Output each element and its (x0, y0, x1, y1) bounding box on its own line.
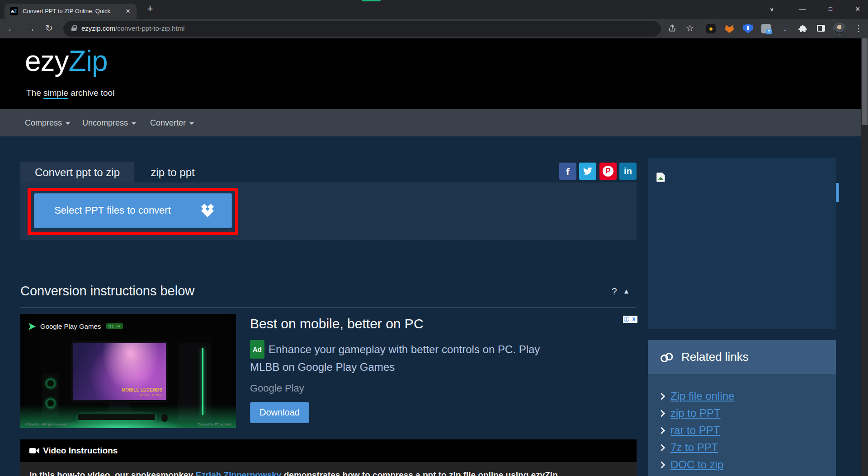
video-instructions-title: Video Instructions (43, 446, 118, 455)
related-links-body: Zip file online zip to PPT rar to PPT 7z… (648, 374, 836, 476)
chevron-right-icon (658, 427, 665, 434)
chevron-down-icon (189, 122, 194, 125)
site-header: ezyZip The simple archive tool (0, 38, 861, 109)
forward-icon[interactable]: → (26, 23, 35, 34)
tab-title: Convert PPT to ZIP Online. Quick (23, 8, 122, 15)
grey-extension-icon[interactable]: T (761, 24, 771, 33)
profile-avatar[interactable] (833, 23, 845, 35)
nav-item-uncompress[interactable]: Uncompress (82, 109, 136, 136)
window-close-button[interactable]: × (847, 0, 868, 18)
instructions-heading: Conversion instructions below (20, 284, 194, 299)
ezyzip-favicon-icon: eZ (10, 7, 18, 15)
tab-close-icon[interactable]: × (123, 7, 132, 16)
beta-badge: BETA (106, 323, 123, 329)
keyboard-graphic (78, 414, 155, 420)
download-extension-icon[interactable]: ↓ (780, 24, 790, 33)
linkedin-share-icon[interactable]: in (619, 163, 637, 180)
ad-close-icon[interactable]: X (630, 316, 637, 323)
extensions-puzzle-icon[interactable] (798, 24, 807, 33)
ad-title[interactable]: Best on mobile, better on PC (250, 316, 424, 331)
ad-description[interactable]: AdEnhance your gameplay with better cont… (250, 340, 562, 375)
monitor-graphic: MOBILE LEGENDSBANG BANG (71, 341, 168, 402)
section-divider (20, 307, 637, 308)
reload-icon[interactable]: ↻ (45, 23, 53, 33)
back-icon[interactable]: ← (7, 23, 16, 34)
chevron-right-icon (658, 393, 665, 400)
shield-extension-icon[interactable] (743, 24, 753, 33)
related-links-title: Related links (681, 340, 749, 374)
related-links-panel: Related links Zip file online zip to PPT… (648, 340, 836, 476)
mobile-legends-logo: MOBILE LEGENDSBANG BANG (122, 387, 162, 397)
browser-menu-icon[interactable]: ⋮ (854, 23, 863, 34)
link-chain-icon (659, 349, 680, 365)
ad-creative-image[interactable]: Google Play Games BETA MOBILE LEGENDSBAN… (20, 314, 236, 428)
tab-convert-ppt-to-zip[interactable]: Convert ppt to zip (20, 162, 134, 182)
bookmark-star-icon[interactable]: ☆ (686, 23, 694, 33)
upload-panel: Select PPT files to convert (20, 182, 637, 240)
spokesmonkey-link[interactable]: Ezriah Zippernowsky (195, 470, 281, 476)
related-link-doc-to-zip[interactable]: DOC to zip (659, 458, 723, 473)
browser-window: eZ Convert PPT to ZIP Online. Quick × + … (0, 0, 868, 476)
collapse-icon[interactable]: ▲ (623, 287, 630, 295)
chevron-down-icon (132, 122, 136, 125)
chevron-down-icon (66, 122, 70, 125)
nav-item-converter[interactable]: Converter (150, 109, 194, 136)
google-play-icon (28, 323, 36, 330)
main-nav: Compress Uncompress Converter (0, 109, 861, 136)
mouse-graphic (161, 414, 168, 422)
share-icon[interactable] (668, 23, 677, 35)
chevron-right-icon (658, 444, 665, 452)
video-instructions-bar: Video Instructions (20, 439, 637, 462)
new-tab-button[interactable]: + (144, 3, 156, 15)
site-tagline: The simple archive tool (26, 88, 114, 98)
t-badge-icon: T (766, 29, 772, 34)
ad-copyright: © Moonton. All rights reserved (25, 423, 67, 426)
video-instructions-body: In this how-to video, our spokesmonkey E… (20, 462, 637, 476)
chevron-right-icon (658, 462, 665, 469)
page-url: ezyzip.com/convert-ppt-to-zip.html (81, 24, 184, 32)
related-link-zip-to-ppt[interactable]: zip to PPT (659, 407, 721, 421)
video-instructions-text: In this how-to video, our spokesmonkey E… (29, 470, 631, 476)
scrollbar-thumb[interactable] (862, 38, 868, 125)
related-link-zip-file-online[interactable]: Zip file online (659, 390, 734, 404)
related-links-header: Related links (648, 340, 836, 374)
minimize-button[interactable]: — (792, 0, 813, 18)
loading-indicator (362, 0, 381, 1)
binance-extension-icon[interactable]: ◆ (706, 24, 716, 33)
ad-advertiser: Google Play (250, 383, 304, 394)
broken-image-icon (656, 173, 665, 182)
ad-note: Compatible PC required (198, 423, 231, 426)
dropbox-icon (201, 205, 217, 217)
ad-badge: Ad (250, 340, 264, 359)
help-icon[interactable]: ? (612, 286, 617, 297)
address-bar[interactable]: ezyzip.com/convert-ppt-to-zip.html (63, 21, 661, 37)
tab-zip-to-ppt[interactable]: zip to ppt (134, 162, 211, 182)
chevron-right-icon (658, 410, 665, 417)
related-link-rar-to-ppt[interactable]: rar to PPT (659, 424, 720, 439)
facebook-share-icon[interactable]: f (559, 163, 576, 180)
browser-toolbar: ← → ↻ ezyzip.com/convert-ppt-to-zip.html… (0, 19, 868, 38)
related-link-7z-to-ppt[interactable]: 7z to PPT (659, 441, 718, 456)
page-scrollbar[interactable] (861, 38, 868, 476)
video-camera-icon (29, 448, 39, 454)
ad-info-icon[interactable]: i (623, 316, 630, 323)
web-page: ezyZip The simple archive tool Compress … (0, 38, 861, 476)
metamask-extension-icon[interactable] (725, 24, 734, 33)
maximize-button[interactable]: □ (820, 0, 841, 18)
side-panel-icon[interactable] (817, 25, 825, 32)
browser-tab[interactable]: eZ Convert PPT to ZIP Online. Quick × (5, 4, 137, 19)
ad-brand-text: Google Play Games (40, 322, 101, 330)
ezyzip-logo[interactable]: ezyZip (25, 41, 108, 82)
pinterest-share-icon[interactable]: P (599, 163, 617, 180)
highlight-red-box: Select PPT files to convert (28, 188, 238, 235)
ad-choices: iX (623, 315, 637, 323)
select-ppt-files-button[interactable]: Select PPT files to convert (34, 193, 232, 228)
tab-strip: eZ Convert PPT to ZIP Online. Quick × + … (0, 0, 868, 19)
ad-text-block: iX Best on mobile, better on PC AdEnhanc… (250, 314, 637, 428)
ad-download-button[interactable]: Download (250, 402, 309, 423)
sidebar-ad-placeholder (648, 158, 836, 329)
twitter-share-icon[interactable] (579, 163, 596, 180)
nav-item-compress[interactable]: Compress (25, 109, 70, 136)
tab-search-icon[interactable]: ∨ (761, 0, 782, 18)
lock-icon (71, 28, 76, 31)
